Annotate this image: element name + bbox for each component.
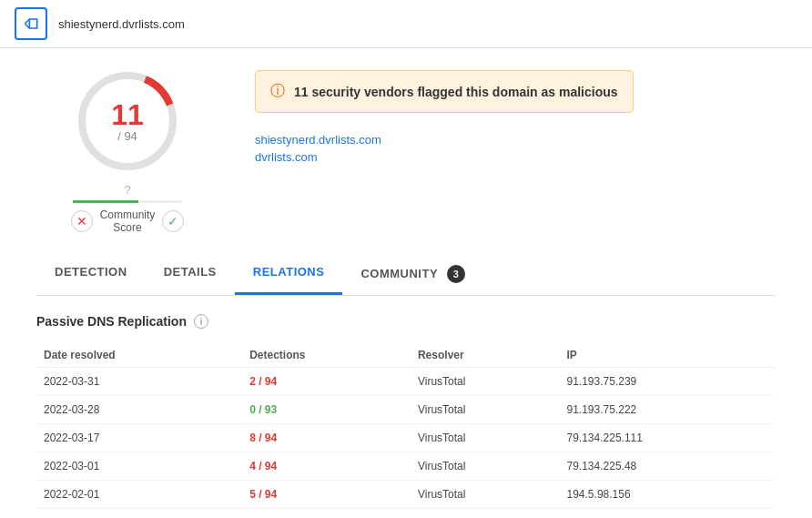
- dislike-button[interactable]: ✕: [71, 210, 93, 232]
- cell-ip: 194.5.98.156: [560, 481, 776, 509]
- cell-detections: 5 / 94: [242, 509, 411, 519]
- cell-resolver: VirusTotal: [411, 452, 560, 481]
- section-title: Passive DNS Replication i: [36, 314, 776, 329]
- cell-detections: 2 / 94: [242, 368, 411, 396]
- table-row: 2022-03-014 / 94VirusTotal79.134.225.48: [36, 452, 776, 481]
- col-date: Date resolved: [36, 343, 242, 368]
- cell-detections: 4 / 94: [242, 452, 411, 481]
- domain-link-short[interactable]: dvrlists.com: [255, 150, 634, 164]
- gauge-center: 11 / 94: [111, 100, 144, 143]
- cell-ip: 79.134.225.79: [560, 509, 776, 519]
- tab-details[interactable]: DETAILS: [146, 256, 235, 295]
- domain-link-full[interactable]: shiestynerd.dvrlists.com: [255, 133, 634, 147]
- cell-ip: 79.134.225.48: [560, 452, 776, 481]
- info-icon[interactable]: i: [194, 314, 208, 329]
- alert-text: 11 security vendors flagged this domain …: [294, 85, 618, 99]
- cell-ip: 79.134.225.111: [560, 424, 776, 452]
- community-badge: 3: [447, 265, 465, 283]
- top-bar: shiestynerd.dvrlists.com: [0, 0, 812, 48]
- cell-resolver: VirusTotal: [411, 368, 560, 396]
- table-row: 2022-03-312 / 94VirusTotal91.193.75.239: [36, 368, 776, 396]
- alert-box: ⓘ 11 security vendors flagged this domai…: [255, 70, 634, 113]
- cell-ip: 91.193.75.239: [560, 368, 776, 396]
- col-ip: IP: [560, 343, 776, 368]
- url-display: shiestynerd.dvrlists.com: [58, 17, 797, 31]
- cell-date: 2022-02-01: [36, 481, 242, 509]
- col-detections: Detections: [242, 343, 411, 368]
- alert-icon: ⓘ: [270, 82, 285, 101]
- table-row: 2022-03-280 / 93VirusTotal91.193.75.222: [36, 396, 776, 424]
- cell-resolver: VirusTotal: [411, 509, 560, 519]
- table-row: 2022-03-178 / 94VirusTotal79.134.225.111: [36, 424, 776, 452]
- cell-ip: 91.193.75.222: [560, 396, 776, 424]
- passive-dns-section: Passive DNS Replication i Date resolved …: [36, 314, 776, 518]
- col-resolver: Resolver: [411, 343, 560, 368]
- cell-resolver: VirusTotal: [411, 424, 560, 452]
- dns-table: Date resolved Detections Resolver IP 202…: [36, 343, 776, 518]
- cell-detections: 8 / 94: [242, 424, 411, 452]
- cell-date: 2022-03-28: [36, 396, 242, 424]
- tab-detection[interactable]: DETECTION: [36, 256, 146, 295]
- logo-icon: [15, 7, 47, 40]
- cell-resolver: VirusTotal: [411, 396, 560, 424]
- community-score-label: Community Score: [100, 208, 156, 234]
- gauge-total: / 94: [111, 129, 144, 143]
- cell-detections: 0 / 93: [242, 396, 411, 424]
- cell-date: 2022-03-17: [36, 424, 242, 452]
- links-section: shiestynerd.dvrlists.com dvrlists.com: [255, 133, 634, 168]
- score-bar: [73, 200, 182, 203]
- cell-date: 2022-03-31: [36, 368, 242, 396]
- tabs-bar: DETECTION DETAILS RELATIONS COMMUNITY 3: [36, 256, 776, 296]
- tab-relations[interactable]: RELATIONS: [235, 256, 343, 295]
- gauge-section: 11 / 94 ? ✕ Community Score ✓: [36, 66, 218, 234]
- gauge-container: 11 / 94: [73, 66, 182, 176]
- top-section: 11 / 94 ? ✕ Community Score ✓ ⓘ: [36, 66, 776, 234]
- score-bar-fill: [73, 200, 138, 203]
- right-panel: ⓘ 11 security vendors flagged this domai…: [255, 66, 634, 168]
- community-score-row: ✕ Community Score ✓: [71, 208, 185, 234]
- cell-date: 2022-01-05: [36, 509, 242, 519]
- main-content: 11 / 94 ? ✕ Community Score ✓ ⓘ: [0, 48, 812, 518]
- cell-detections: 5 / 94: [242, 481, 411, 509]
- like-button[interactable]: ✓: [162, 210, 184, 232]
- cell-date: 2022-03-01: [36, 452, 242, 481]
- gauge-score: 11: [111, 100, 144, 129]
- cell-resolver: VirusTotal: [411, 481, 560, 509]
- tab-community[interactable]: COMMUNITY 3: [342, 256, 483, 295]
- table-row: 2022-02-015 / 94VirusTotal194.5.98.156: [36, 481, 776, 509]
- question-mark: ?: [124, 183, 130, 197]
- table-row: 2022-01-055 / 94VirusTotal79.134.225.79: [36, 509, 776, 519]
